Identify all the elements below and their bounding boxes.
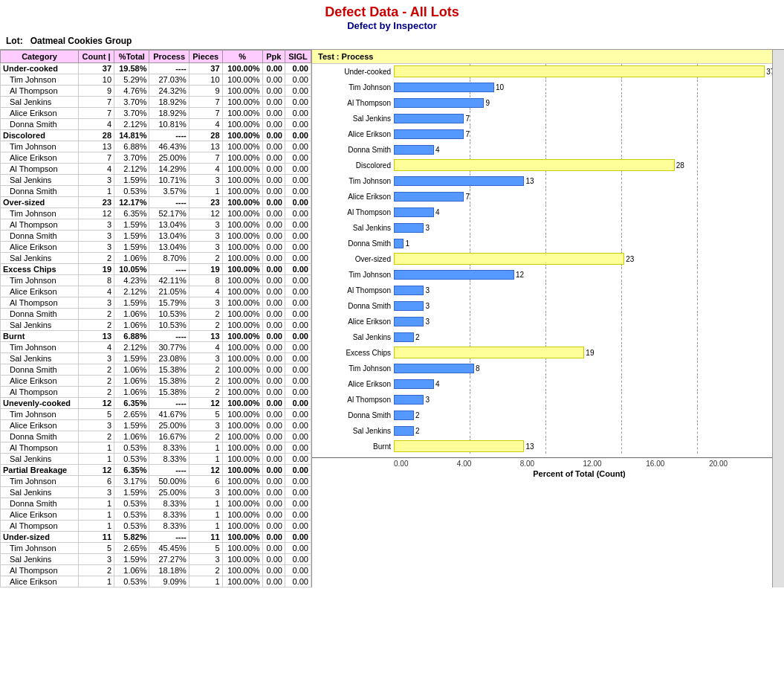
sub-bar bbox=[394, 207, 434, 217]
table-row: Donna Smith10.53%8.33%1100.00%0.000.00 bbox=[1, 498, 311, 509]
x-axis: 0.004.008.0012.0016.0020.00 bbox=[312, 457, 772, 468]
chart-bar-row: Al Thompson9 bbox=[312, 95, 772, 111]
grid-line bbox=[621, 439, 622, 454]
chart-bar-area: 1 bbox=[394, 236, 772, 251]
chart-bar-row: Under-cooked37 bbox=[312, 64, 772, 80]
grid-line bbox=[545, 376, 546, 391]
table-row: Under-sized115.82%----11100.00%0.000.00 bbox=[1, 532, 311, 543]
chart-bar-area: 4 bbox=[394, 142, 772, 157]
grid-line bbox=[697, 329, 698, 344]
page-title: Defect Data - All Lots Defect by Inspect… bbox=[0, 0, 784, 33]
grid-line bbox=[545, 408, 546, 422]
grid-line bbox=[621, 345, 622, 360]
grid-line bbox=[470, 126, 470, 141]
sub-bar bbox=[394, 270, 514, 280]
chart-bar-row: Al Thompson4 bbox=[312, 205, 772, 220]
grid-line bbox=[621, 392, 622, 407]
chart-bar-row: Alice Erikson4 bbox=[312, 376, 772, 392]
grid-line bbox=[697, 376, 698, 391]
table-row: Under-cooked3719.58%----37100.00%0.000.0… bbox=[1, 63, 311, 74]
bar-count-label: 7 bbox=[465, 193, 470, 201]
bar-count-label: 3 bbox=[425, 396, 430, 404]
sub-bar bbox=[394, 395, 424, 405]
main-content: Category Count | %Total Process Pieces %… bbox=[0, 49, 784, 587]
chart-bar-area: 2 bbox=[394, 423, 772, 438]
grid-line bbox=[697, 173, 698, 188]
chart-bar-area: 23 bbox=[394, 251, 772, 266]
grid-line bbox=[621, 423, 622, 438]
table-row: Al Thompson10.53%8.33%1100.00%0.000.00 bbox=[1, 442, 311, 454]
chart-bar-row: Sal Jenkins2 bbox=[312, 329, 772, 345]
grid-line bbox=[470, 314, 470, 329]
sub-bar bbox=[394, 301, 424, 311]
grid-line bbox=[697, 95, 698, 110]
table-row: Tim Johnson63.17%50.00%6100.00%0.000.00 bbox=[1, 476, 311, 487]
chart-label: Tim Johnson bbox=[312, 364, 394, 373]
grid-line bbox=[545, 267, 546, 282]
chart-bar-row: Sal Jenkins3 bbox=[312, 220, 772, 236]
chart-label: Burnt bbox=[312, 442, 394, 451]
table-row: Excess Chips1910.05%----19100.00%0.000.0… bbox=[1, 264, 311, 275]
chart-label: Under-cooked bbox=[312, 68, 394, 76]
grid-line bbox=[621, 189, 622, 204]
grid-line bbox=[545, 80, 546, 94]
chart-bar-area: 9 bbox=[394, 95, 772, 110]
col-category: Category bbox=[1, 51, 79, 63]
chart-label: Donna Smith bbox=[312, 239, 394, 248]
chart-bar-area: 8 bbox=[394, 361, 772, 376]
chart-bar-row: Sal Jenkins2 bbox=[312, 423, 772, 439]
table-row: Al Thompson10.53%8.33%1100.00%0.000.00 bbox=[1, 521, 311, 532]
grid-line bbox=[545, 220, 546, 235]
chart-label: Al Thompson bbox=[312, 286, 394, 294]
chart-bar-area: 3 bbox=[394, 392, 772, 407]
bar-count-label: 10 bbox=[496, 83, 504, 91]
chart-bar-row: Alice Erikson7 bbox=[312, 126, 772, 142]
grid-line bbox=[470, 236, 470, 251]
bar-count-label: 8 bbox=[476, 364, 480, 373]
grid-line bbox=[545, 392, 546, 407]
scrollbar[interactable] bbox=[772, 50, 784, 587]
chart-label: Donna Smith bbox=[312, 302, 394, 310]
grid-line bbox=[470, 142, 470, 157]
grid-line bbox=[697, 361, 698, 376]
col-pct: % bbox=[222, 51, 262, 63]
chart-header: Test : Process bbox=[312, 50, 772, 64]
chart-bar-area: 4 bbox=[394, 376, 772, 391]
grid-line bbox=[697, 345, 698, 360]
table-row: Donna Smith10.53%3.57%1100.00%0.000.00 bbox=[1, 186, 311, 197]
bar-count-label: 4 bbox=[435, 380, 440, 388]
chart-label: Alice Erikson bbox=[312, 380, 394, 388]
chart-bar-row: Discolored28 bbox=[312, 158, 772, 173]
bar-count-label: 1 bbox=[405, 239, 409, 248]
grid-line bbox=[545, 236, 546, 251]
grid-line bbox=[697, 392, 698, 407]
grid-line bbox=[470, 283, 470, 297]
grid-line bbox=[621, 220, 622, 235]
chart-bar-row: Tim Johnson8 bbox=[312, 361, 772, 376]
col-pct-total: %Total bbox=[114, 51, 149, 63]
chart-bar-area: 3 bbox=[394, 220, 772, 235]
chart-bar-area: 3 bbox=[394, 283, 772, 297]
chart-label: Sal Jenkins bbox=[312, 333, 394, 341]
bar-count-label: 2 bbox=[415, 411, 420, 419]
bar-count-label: 7 bbox=[465, 130, 470, 138]
table-row: Al Thompson42.12%14.29%4100.00%0.000.00 bbox=[1, 164, 311, 175]
grid-line bbox=[621, 298, 622, 313]
grid-line bbox=[621, 314, 622, 329]
table-row: Alice Erikson10.53%8.33%1100.00%0.000.00 bbox=[1, 509, 311, 521]
grid-line bbox=[545, 173, 546, 188]
chart-label: Tim Johnson bbox=[312, 177, 394, 185]
sub-bar bbox=[394, 426, 414, 436]
sub-bar bbox=[394, 145, 434, 155]
chart-bar-row: Al Thompson3 bbox=[312, 392, 772, 408]
bar-count-label: 3 bbox=[425, 318, 430, 326]
grid-line bbox=[697, 220, 698, 235]
grid-line bbox=[697, 236, 698, 251]
chart-bar-row: Donna Smith4 bbox=[312, 142, 772, 158]
x-tick: 12.00 bbox=[583, 458, 646, 468]
grid-line bbox=[621, 361, 622, 376]
table-row: Tim Johnson84.23%42.11%8100.00%0.000.00 bbox=[1, 275, 311, 286]
grid-line bbox=[470, 298, 470, 313]
chart-bar-area: 37 bbox=[394, 64, 772, 79]
grid-line bbox=[621, 408, 622, 422]
